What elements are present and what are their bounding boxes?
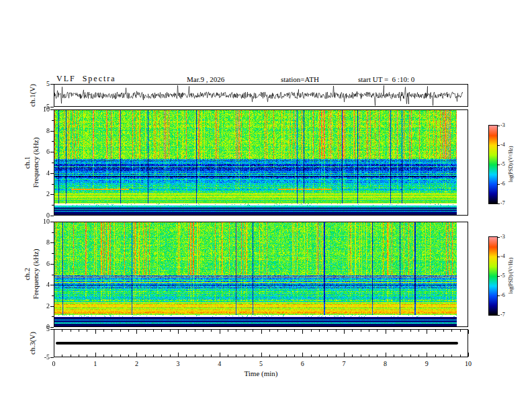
- ch3-flat-line: [56, 342, 458, 345]
- y-tick-mark: [50, 264, 54, 265]
- x-minor-tick-mark: [294, 355, 295, 357]
- x-minor-tick-mark: [103, 355, 104, 357]
- y-tick-label: 8: [35, 127, 50, 134]
- colorbar-tick-mark: [498, 257, 500, 257]
- x-tick-mark: [54, 353, 54, 357]
- x-minor-tick-mark: [294, 330, 295, 332]
- y-tick-label: 8: [35, 238, 50, 246]
- x-tick-mark: [95, 330, 96, 334]
- colorbar-tick-label: -3: [500, 234, 505, 240]
- x-minor-tick-mark: [311, 355, 312, 357]
- x-tick-mark: [427, 330, 427, 334]
- colorbar-tick-mark: [498, 295, 500, 296]
- x-minor-tick-mark: [245, 355, 245, 357]
- x-minor-tick-mark: [460, 330, 461, 332]
- x-minor-tick-mark: [203, 355, 204, 357]
- y-tick-mark: [50, 152, 54, 152]
- start-ut-label: start UT = 6 :10: 0: [358, 75, 414, 83]
- x-minor-tick-mark: [186, 355, 187, 357]
- y-tick-label: 4: [35, 281, 50, 288]
- y-minor-tick-mark: [52, 232, 54, 233]
- x-tick-label: 5: [253, 360, 269, 367]
- x-minor-tick-mark: [245, 330, 245, 332]
- y-tick-label: 5: [35, 80, 50, 87]
- y-minor-tick-mark: [52, 184, 54, 185]
- y-minor-tick-mark: [52, 205, 54, 205]
- x-minor-tick-mark: [71, 355, 71, 357]
- ch1-spectrogram-panel: [54, 109, 468, 216]
- x-minor-tick-mark: [361, 330, 361, 332]
- x-tick-mark: [54, 330, 54, 334]
- ch2-colorbar: [488, 236, 498, 316]
- x-minor-tick-mark: [79, 330, 79, 332]
- x-tick-label: 4: [212, 360, 228, 367]
- x-axis-label: Time (min): [54, 369, 468, 377]
- ch1-colorbar: [488, 125, 498, 204]
- x-minor-tick-mark: [277, 355, 278, 357]
- colorbar-tick-mark: [498, 315, 500, 316]
- x-minor-tick-mark: [236, 330, 236, 332]
- x-minor-tick-mark: [352, 330, 353, 332]
- colorbar-tick-mark: [498, 276, 500, 277]
- colorbar-tick-mark: [498, 184, 500, 185]
- x-minor-tick-mark: [336, 355, 337, 357]
- x-minor-tick-mark: [443, 330, 444, 332]
- ch1-spectrogram-canvas: [54, 110, 468, 215]
- ch2-spectrogram-panel: [54, 222, 468, 327]
- colorbar-tick-label: -7: [500, 312, 505, 318]
- x-minor-tick-mark: [327, 330, 328, 332]
- x-minor-tick-mark: [153, 330, 154, 332]
- x-tick-label: 3: [170, 360, 186, 367]
- x-minor-tick-mark: [269, 355, 270, 357]
- x-minor-tick-mark: [195, 330, 195, 332]
- colorbar-tick-mark: [498, 165, 500, 165]
- x-minor-tick-mark: [112, 330, 112, 332]
- x-tick-label: 6: [294, 360, 310, 367]
- y-tick-mark: [50, 242, 54, 243]
- x-minor-tick-mark: [394, 355, 394, 357]
- x-tick-label: 8: [378, 360, 394, 367]
- x-tick-mark: [95, 353, 96, 357]
- x-minor-tick-mark: [369, 330, 369, 332]
- x-tick-mark: [386, 353, 386, 357]
- y-minor-tick-mark: [52, 275, 54, 275]
- colorbar-tick-label: -4: [500, 253, 505, 259]
- x-minor-tick-mark: [128, 355, 129, 357]
- x-minor-tick-mark: [352, 355, 353, 357]
- x-minor-tick-mark: [79, 355, 79, 357]
- x-tick-mark: [302, 353, 303, 357]
- x-minor-tick-mark: [120, 330, 121, 332]
- x-minor-tick-mark: [120, 355, 121, 357]
- x-minor-tick-mark: [195, 355, 195, 357]
- x-tick-label: 1: [87, 360, 103, 367]
- x-minor-tick-mark: [269, 330, 270, 332]
- y-tick-mark: [50, 131, 54, 132]
- y-tick-label: 6: [35, 148, 50, 155]
- x-minor-tick-mark: [435, 330, 436, 332]
- ch2-colorbar-label: log(PSD)/(V²/Hz): [508, 239, 514, 313]
- y-tick-mark: [50, 173, 54, 174]
- y-tick-mark: [50, 107, 54, 107]
- x-minor-tick-mark: [377, 330, 378, 332]
- colorbar-tick-label: -6: [500, 181, 505, 187]
- y-tick-mark: [50, 216, 54, 216]
- x-minor-tick-mark: [112, 355, 112, 357]
- x-minor-tick-mark: [161, 330, 162, 332]
- y-tick-label: 10: [35, 218, 50, 225]
- y-tick-mark: [50, 357, 54, 358]
- x-tick-label: 2: [128, 360, 144, 367]
- ch1-colorbar-label: log(PSD)/(V²/Hz): [508, 128, 514, 201]
- ch2-spec-channel-label: ch.2: [23, 234, 31, 314]
- ch1-spec-channel-label: ch.1: [23, 122, 31, 203]
- x-tick-mark: [261, 353, 262, 357]
- colorbar-tick-mark: [498, 126, 500, 126]
- colorbar-tick-label: -5: [500, 273, 505, 279]
- x-tick-mark: [344, 353, 345, 357]
- x-tick-label: 0: [46, 360, 62, 367]
- y-tick-label: 6: [35, 260, 50, 267]
- x-tick-mark: [468, 353, 469, 357]
- x-minor-tick-mark: [203, 330, 204, 332]
- x-minor-tick-mark: [402, 355, 402, 357]
- y-minor-tick-mark: [52, 295, 54, 296]
- x-tick-mark: [344, 330, 345, 334]
